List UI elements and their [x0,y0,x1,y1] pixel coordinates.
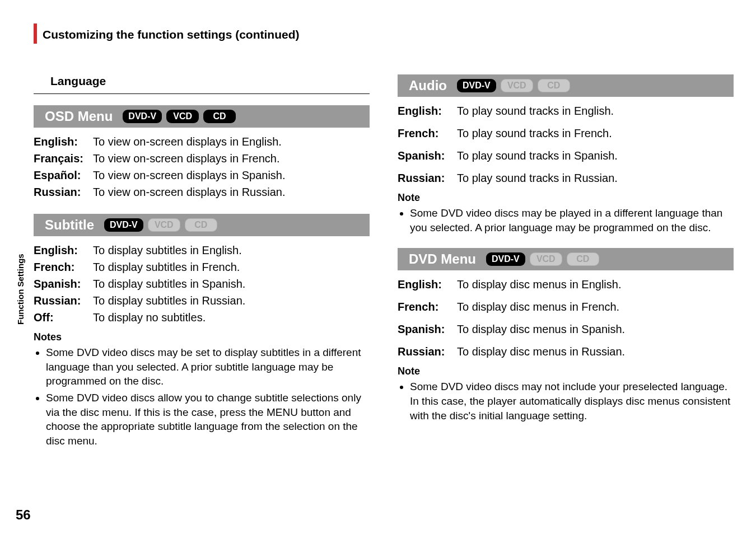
note-item: Some DVD video discs may be set to displ… [46,345,370,388]
desc: To display subtitles in Russian. [90,292,370,309]
desc: To display no subtitles. [90,309,370,326]
list-item: French:To play sound tracks in French. [398,125,734,142]
term: French: [398,298,454,315]
list-item: French:To display subtitles in French. [34,259,370,275]
osd-menu-bar: OSD Menu DVD-V VCD CD [34,105,370,128]
term: Off: [34,309,90,326]
term: Français: [34,150,90,167]
audio-block: Audio DVD-V VCD CD English:To play sound… [398,74,734,235]
term: Russian: [398,170,454,186]
subtitle-block: Subtitle DVD-V VCD CD English:To display… [34,214,370,448]
right-column: Audio DVD-V VCD CD English:To play sound… [398,74,734,461]
list-item: Russian:To view on-screen displays in Ru… [34,184,370,200]
audio-list: English:To play sound tracks in English.… [398,102,734,186]
term: Spanish: [34,275,90,292]
list-item: English:To display subtitles in English. [34,242,370,259]
desc: To display disc menus in Russian. [454,343,734,360]
badge-vcd: VCD [501,79,533,92]
desc: To display subtitles in English. [90,242,370,259]
list-item: English:To play sound tracks in English. [398,102,734,119]
desc: To view on-screen displays in Spanish. [90,167,370,184]
badge-cd: CD [567,252,599,266]
desc: To view on-screen displays in English. [90,133,370,150]
badge-vcd: VCD [530,252,562,266]
term: English: [398,102,454,119]
term: Spanish: [398,321,454,338]
term: Español: [34,167,90,184]
subtitle-list: English:To display subtitles in English.… [34,242,370,326]
note-item: Some DVD video discs may be played in a … [410,206,734,235]
list-item: Off:To display no subtitles. [34,309,370,326]
osd-menu-title: OSD Menu [45,109,113,124]
desc: To view on-screen displays in French. [90,150,370,167]
section-side-label: Function Settings [16,254,25,325]
subtitle-bar: Subtitle DVD-V VCD CD [34,214,370,236]
desc: To view on-screen displays in Russian. [90,184,370,200]
list-item: Russian:To display disc menus in Russian… [398,343,734,360]
desc: To display subtitles in Spanish. [90,275,370,292]
audio-title: Audio [409,78,447,93]
term: English: [34,133,90,150]
dvd-menu-list: English:To display disc menus in English… [398,276,734,360]
badge-vcd: VCD [148,218,180,232]
left-column: Language OSD Menu DVD-V VCD CD English:T… [34,74,370,461]
badge-dvdv: DVD-V [104,218,143,232]
list-item: Spanish:To display subtitles in Spanish. [34,275,370,292]
content-columns: Language OSD Menu DVD-V VCD CD English:T… [34,74,734,461]
badge-cd: CD [538,79,570,92]
notes-heading: Notes [34,331,370,343]
page-title: Customizing the function settings (conti… [43,28,299,41]
list-item: Russian:To display subtitles in Russian. [34,292,370,309]
list-item: Español:To view on-screen displays in Sp… [34,167,370,184]
notes-list: Some DVD video discs may not include you… [398,380,734,423]
note-item: Some DVD video discs may not include you… [410,380,734,423]
term: English: [398,276,454,293]
list-item: English:To view on-screen displays in En… [34,133,370,150]
dvd-menu-bar: DVD Menu DVD-V VCD CD [398,248,734,270]
list-item: Spanish:To display disc menus in Spanish… [398,321,734,338]
badge-vcd: VCD [166,110,199,123]
desc: To play sound tracks in French. [454,125,734,142]
term: French: [34,259,90,275]
notes-list: Some DVD video discs may be set to displ… [34,345,370,448]
page-header: Customizing the function settings (conti… [34,28,734,44]
badge-dvdv: DVD-V [457,79,496,92]
desc: To play sound tracks in English. [454,102,734,119]
language-heading: Language [50,74,370,88]
list-item: English:To display disc menus in English… [398,276,734,293]
notes-heading: Note [398,366,734,377]
notes-list: Some DVD video discs may be played in a … [398,206,734,235]
desc: To display disc menus in French. [454,298,734,315]
term: Russian: [398,343,454,360]
osd-list: English:To view on-screen displays in En… [34,133,370,200]
badge-dvdv: DVD-V [123,110,162,123]
term: Russian: [34,292,90,309]
desc: To display subtitles in French. [90,259,370,275]
subtitle-title: Subtitle [45,217,94,233]
badge-cd: CD [185,218,217,232]
osd-menu-block: OSD Menu DVD-V VCD CD English:To view on… [34,105,370,200]
notes-heading: Note [398,192,734,204]
desc: To play sound tracks in Spanish. [454,147,734,164]
list-item: Russian:To play sound tracks in Russian. [398,170,734,186]
term: Russian: [34,184,90,200]
dvd-menu-title: DVD Menu [409,251,476,267]
badge-cd: CD [203,110,236,123]
audio-bar: Audio DVD-V VCD CD [398,74,734,97]
badge-dvdv: DVD-V [486,252,525,266]
note-item: Some DVD video discs allow you to change… [46,391,370,448]
desc: To play sound tracks in Russian. [454,170,734,186]
page-number: 56 [16,507,31,523]
desc: To display disc menus in Spanish. [454,321,734,338]
list-item: Spanish:To play sound tracks in Spanish. [398,147,734,164]
term: Spanish: [398,147,454,164]
dvd-menu-block: DVD Menu DVD-V VCD CD English:To display… [398,248,734,423]
desc: To display disc menus in English. [454,276,734,293]
accent-bar-icon [34,24,37,44]
list-item: French:To display disc menus in French. [398,298,734,315]
term: English: [34,242,90,259]
term: French: [398,125,454,142]
divider [34,93,370,94]
list-item: Français:To view on-screen displays in F… [34,150,370,167]
